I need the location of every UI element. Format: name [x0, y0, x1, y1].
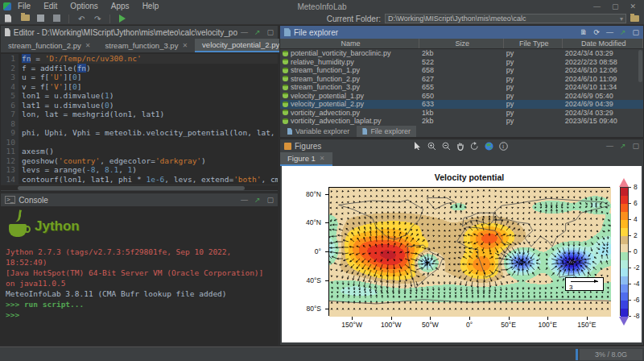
save-icon[interactable] [37, 15, 48, 23]
select-arrow-icon[interactable] [414, 142, 422, 150]
python-file-icon [283, 76, 288, 81]
minimize-window-icon[interactable]: — [593, 2, 601, 10]
editor-float-icon[interactable]: ↗ [254, 28, 261, 36]
figure-tab-figure-1[interactable]: Figure 1✕ [280, 152, 332, 166]
menu-apps[interactable]: Apps [105, 2, 136, 10]
zoom-out-icon[interactable] [442, 142, 451, 151]
python-file-icon [283, 118, 288, 124]
menu-options[interactable]: Options [64, 2, 104, 10]
file-explorer-float-icon[interactable]: ↗ [620, 28, 626, 36]
menu-edit[interactable]: Edit [37, 2, 64, 10]
table-row[interactable]: velocity_potential_1.py650py2024/6/9 05:… [280, 92, 643, 101]
editor-tab-stream_function_2.py[interactable]: stream_function_2.py✕ [1, 39, 98, 52]
file-explorer-maximize-icon[interactable]: ▢ [632, 28, 639, 36]
console-line: Jython 2.7.3 (tags/v2.7.3:5f29801fe, Sep… [6, 247, 273, 268]
console-icon: >_ [5, 196, 15, 204]
colorbar-tick-label: 6 [634, 199, 638, 207]
console-line: >>> run script... [6, 299, 273, 309]
tab-icon [362, 128, 367, 135]
figures-float-icon[interactable]: ↗ [620, 142, 626, 150]
figures-maximize-icon[interactable]: ▢ [632, 142, 639, 150]
pan-hand-icon[interactable] [456, 142, 464, 151]
redo-icon[interactable]: ↷ [94, 15, 105, 23]
code-line: contourf(lon1, lat1, phi * 1e-6, levs, e… [22, 175, 278, 185]
table-row[interactable]: vorticity_advection.py1kbpy2024/3/4 03:2… [280, 109, 643, 118]
column-header-date-modified[interactable]: Date Modified [563, 39, 643, 48]
table-row[interactable]: stream_function_3.py655py2024/6/10 11:34 [280, 83, 643, 92]
jython-logo: Jython [7, 211, 273, 243]
figures-icon [284, 143, 291, 150]
editor-horizontal-scrollbar[interactable] [1, 185, 278, 190]
y-axis-tick-label: 40°N [300, 218, 321, 226]
explorer-bottom-tabs: Variable explorerFile explorer [280, 125, 416, 137]
code-line: phi, Uphi, Vphi = meteolib.velocity_pote… [22, 128, 278, 138]
file-explorer-icon [284, 28, 291, 36]
y-axis-tick-label: 0° [300, 247, 321, 255]
file-table-scrollbar[interactable] [638, 50, 642, 82]
colorbar-extend-low [619, 317, 629, 326]
refresh-icon[interactable]: ⟳ [593, 28, 600, 36]
editor-tab-stream_function_3.py[interactable]: stream_function_3.py✕ [98, 39, 196, 52]
colorbar-tick-label: 2 [634, 231, 638, 239]
menu-file[interactable]: File [11, 2, 37, 10]
menu-bar: FileEditOptionsAppsHelp [11, 0, 165, 13]
console-float-icon[interactable]: ↗ [254, 196, 261, 204]
memory-usage[interactable]: 3% / 8.0G [580, 349, 642, 360]
column-header-file-type[interactable]: File Type [504, 39, 563, 48]
console-minimize-icon[interactable]: — [241, 196, 248, 204]
save-as-icon[interactable] [53, 15, 64, 23]
rotate-icon[interactable] [470, 142, 479, 151]
editor-icon [5, 28, 10, 36]
table-row[interactable]: stream_function_2.py627py2024/6/10 11:09 [280, 75, 643, 84]
current-folder-combobox[interactable]: D:\Working\MIScript\Jython\mis\meteo\cal… [385, 14, 626, 23]
table-row[interactable]: stream_function_1.py658py2024/6/10 12:06 [280, 66, 643, 75]
colorbar-tick-label: 4 [634, 215, 638, 223]
figure-canvas-area[interactable]: Velocity potential 150°W100°W50°W0°50°E1… [282, 166, 642, 342]
zoom-in-icon[interactable] [427, 142, 436, 151]
maximize-window-icon[interactable]: ▢ [612, 2, 619, 10]
python-file-icon [283, 51, 288, 56]
tab-file-explorer[interactable]: File explorer [357, 126, 416, 137]
file-explorer-newdoc-icon[interactable]: 🗎 [580, 28, 587, 36]
browse-folder-icon[interactable] [630, 15, 639, 22]
close-tab-icon[interactable]: ✕ [85, 42, 91, 49]
code-editor[interactable]: 123456789101112131415 fn = 'D:/Temp/nc/u… [1, 52, 278, 185]
code-line [22, 138, 278, 147]
table-row[interactable]: vorticity_advection_laplat.py2kbpy2023/6… [280, 117, 643, 126]
table-row[interactable]: relative_humidity.py522py2022/2/23 08:58 [280, 58, 643, 67]
console-output[interactable]: Jython Jython 2.7.3 (tags/v2.7.3:5f29801… [1, 206, 278, 345]
chevron-down-icon[interactable]: ▾ [620, 15, 623, 23]
menu-help[interactable]: Help [136, 2, 166, 10]
file-explorer-title: File explorer [294, 28, 338, 37]
table-row[interactable]: potential_vorticity_baroclinic.py2kbpy20… [280, 49, 643, 58]
column-header-name[interactable]: Name [280, 39, 419, 48]
console-maximize-icon[interactable]: ▢ [266, 196, 274, 204]
file-explorer-minimize-icon[interactable]: — [606, 28, 613, 36]
run-script-icon[interactable] [119, 15, 130, 23]
quiver-key-value: 3 [569, 284, 572, 291]
y-axis-tick-label: 40°S [300, 276, 321, 284]
title-bar: FileEditOptionsAppsHelp MeteoInfoLab — ▢… [0, 0, 644, 13]
close-tab-icon[interactable]: ✕ [320, 155, 325, 162]
figures-minimize-icon[interactable]: — [606, 142, 613, 150]
code-line: u = f['U'][0] [22, 73, 278, 82]
new-file-icon[interactable] [5, 15, 16, 23]
close-tab-icon[interactable]: ✕ [182, 42, 188, 49]
tab-variable-explorer[interactable]: Variable explorer [282, 126, 355, 137]
code-line: lat1 = u.dimvalue(0) [22, 101, 278, 110]
column-header-size[interactable]: Size [419, 39, 504, 48]
close-window-icon[interactable]: ✕ [630, 2, 636, 10]
python-file-icon [283, 93, 288, 98]
table-row[interactable]: velocity_potential_2.py633py2024/6/9 04:… [280, 100, 643, 109]
editor-minimize-icon[interactable]: — [241, 28, 248, 36]
tab-icon [287, 128, 292, 135]
x-axis-tick-label: 100°E [539, 321, 557, 329]
undo-icon[interactable]: ↶ [78, 15, 89, 23]
identify-info-icon[interactable]: i [499, 142, 508, 151]
figure-tab-bar: Figure 1✕ [280, 152, 643, 165]
x-axis-tick-label: 150°E [577, 321, 596, 329]
open-folder-icon[interactable] [21, 15, 32, 23]
status-bar: 3% / 8.0G [0, 346, 644, 361]
globe-icon[interactable] [485, 142, 493, 151]
editor-maximize-icon[interactable]: ▢ [266, 28, 274, 36]
